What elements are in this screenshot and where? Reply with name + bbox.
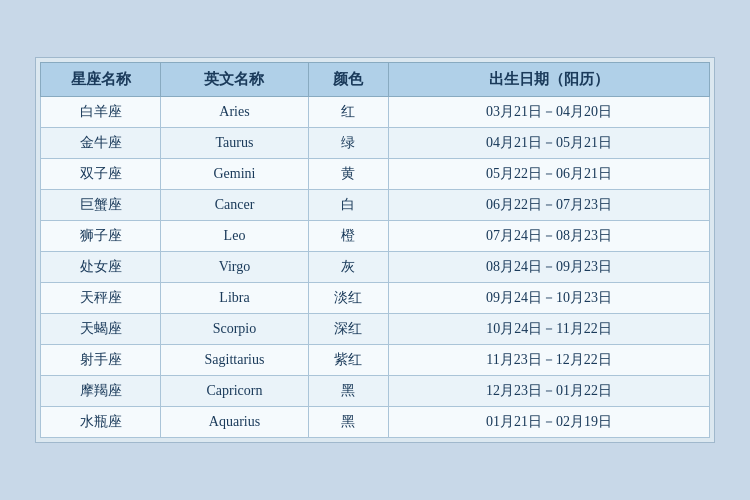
- cell-english: Cancer: [161, 190, 308, 221]
- table-row: 金牛座Taurus绿04月21日－05月21日: [41, 128, 710, 159]
- cell-english: Leo: [161, 221, 308, 252]
- cell-english: Gemini: [161, 159, 308, 190]
- cell-chinese: 射手座: [41, 345, 161, 376]
- cell-chinese: 天秤座: [41, 283, 161, 314]
- cell-color: 紫红: [308, 345, 388, 376]
- cell-english: Aries: [161, 97, 308, 128]
- cell-date: 08月24日－09月23日: [388, 252, 709, 283]
- cell-chinese: 双子座: [41, 159, 161, 190]
- cell-english: Aquarius: [161, 407, 308, 438]
- header-english-name: 英文名称: [161, 63, 308, 97]
- cell-date: 01月21日－02月19日: [388, 407, 709, 438]
- cell-date: 04月21日－05月21日: [388, 128, 709, 159]
- table-row: 天秤座Libra淡红09月24日－10月23日: [41, 283, 710, 314]
- cell-chinese: 天蝎座: [41, 314, 161, 345]
- cell-date: 12月23日－01月22日: [388, 376, 709, 407]
- cell-color: 橙: [308, 221, 388, 252]
- table-header-row: 星座名称 英文名称 颜色 出生日期（阳历）: [41, 63, 710, 97]
- header-birth-date: 出生日期（阳历）: [388, 63, 709, 97]
- cell-english: Sagittarius: [161, 345, 308, 376]
- cell-date: 06月22日－07月23日: [388, 190, 709, 221]
- cell-english: Libra: [161, 283, 308, 314]
- cell-chinese: 白羊座: [41, 97, 161, 128]
- cell-english: Capricorn: [161, 376, 308, 407]
- table-row: 处女座Virgo灰08月24日－09月23日: [41, 252, 710, 283]
- zodiac-table: 星座名称 英文名称 颜色 出生日期（阳历） 白羊座Aries红03月21日－04…: [40, 62, 710, 438]
- table-row: 白羊座Aries红03月21日－04月20日: [41, 97, 710, 128]
- cell-chinese: 狮子座: [41, 221, 161, 252]
- table-row: 天蝎座Scorpio深红10月24日－11月22日: [41, 314, 710, 345]
- cell-chinese: 巨蟹座: [41, 190, 161, 221]
- cell-date: 10月24日－11月22日: [388, 314, 709, 345]
- cell-chinese: 水瓶座: [41, 407, 161, 438]
- cell-english: Virgo: [161, 252, 308, 283]
- cell-color: 黑: [308, 407, 388, 438]
- cell-date: 05月22日－06月21日: [388, 159, 709, 190]
- header-color: 颜色: [308, 63, 388, 97]
- table-row: 射手座Sagittarius紫红11月23日－12月22日: [41, 345, 710, 376]
- cell-color: 红: [308, 97, 388, 128]
- cell-chinese: 处女座: [41, 252, 161, 283]
- cell-chinese: 摩羯座: [41, 376, 161, 407]
- cell-color: 绿: [308, 128, 388, 159]
- cell-date: 11月23日－12月22日: [388, 345, 709, 376]
- cell-color: 灰: [308, 252, 388, 283]
- cell-color: 淡红: [308, 283, 388, 314]
- table-row: 摩羯座Capricorn黑12月23日－01月22日: [41, 376, 710, 407]
- zodiac-table-container: 星座名称 英文名称 颜色 出生日期（阳历） 白羊座Aries红03月21日－04…: [35, 57, 715, 443]
- cell-date: 03月21日－04月20日: [388, 97, 709, 128]
- table-row: 水瓶座Aquarius黑01月21日－02月19日: [41, 407, 710, 438]
- cell-chinese: 金牛座: [41, 128, 161, 159]
- cell-english: Scorpio: [161, 314, 308, 345]
- table-row: 狮子座Leo橙07月24日－08月23日: [41, 221, 710, 252]
- cell-color: 黑: [308, 376, 388, 407]
- cell-color: 白: [308, 190, 388, 221]
- cell-english: Taurus: [161, 128, 308, 159]
- table-row: 巨蟹座Cancer白06月22日－07月23日: [41, 190, 710, 221]
- cell-date: 07月24日－08月23日: [388, 221, 709, 252]
- header-chinese-name: 星座名称: [41, 63, 161, 97]
- cell-color: 黄: [308, 159, 388, 190]
- table-row: 双子座Gemini黄05月22日－06月21日: [41, 159, 710, 190]
- cell-color: 深红: [308, 314, 388, 345]
- cell-date: 09月24日－10月23日: [388, 283, 709, 314]
